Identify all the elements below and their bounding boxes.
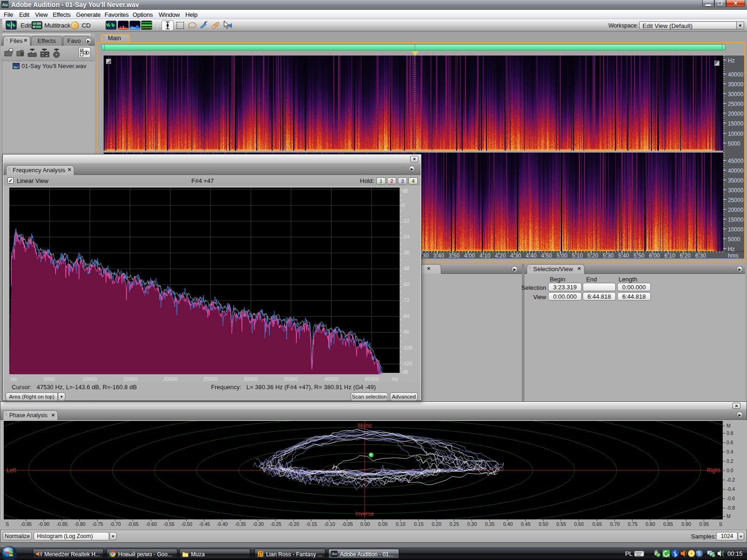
svg-text:Mono: Mono xyxy=(358,422,372,429)
svg-text:a: a xyxy=(698,551,701,556)
svg-text:Left: Left xyxy=(7,467,16,474)
svg-text:Inverse: Inverse xyxy=(355,511,374,517)
svg-text:Right: Right xyxy=(707,467,720,474)
